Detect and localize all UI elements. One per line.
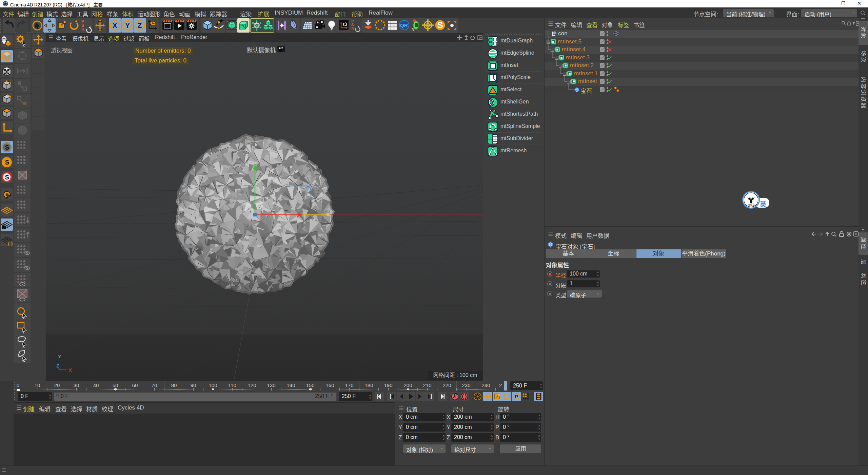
svg-text:R: R — [81, 27, 84, 32]
svg-text:R: R — [351, 26, 354, 31]
svg-text:QR: QR — [400, 22, 408, 28]
svg-text:S: S — [5, 174, 9, 181]
svg-text:Y: Y — [58, 354, 61, 359]
svg-text:X: X — [68, 367, 72, 373]
svg-text:竹亮马: 竹亮马 — [748, 203, 755, 206]
svg-text:Z: Z — [138, 22, 142, 29]
svg-text:Y: Y — [125, 22, 130, 29]
svg-text:Z: Z — [56, 363, 59, 368]
svg-text:S: S — [5, 144, 9, 151]
svg-text:(): () — [7, 241, 13, 246]
svg-text:S: S — [437, 20, 443, 30]
svg-text:X: X — [113, 22, 117, 29]
svg-text:S: S — [5, 159, 9, 166]
svg-text:P: P — [515, 394, 518, 399]
